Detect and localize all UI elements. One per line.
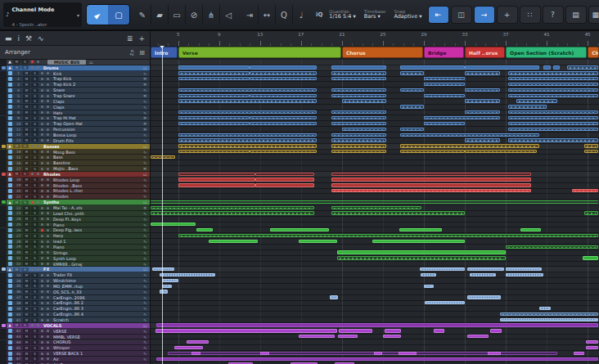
audio-clip[interactable] [178, 138, 317, 142]
metronome-icon[interactable]: ♩ [293, 5, 309, 25]
solo-button[interactable]: S [31, 128, 38, 132]
folder-expand-icon[interactable]: ▲ [7, 267, 13, 272]
solo-button[interactable]: S [31, 217, 38, 221]
mute-button[interactable]: M [23, 329, 30, 333]
monitor-button[interactable] [45, 357, 51, 361]
iq-toggle[interactable]: iQ [314, 11, 324, 18]
solo-button[interactable]: S [31, 206, 38, 210]
solo-button[interactable]: S [21, 323, 29, 327]
monitor-button[interactable] [45, 206, 51, 210]
solo-button[interactable]: S [31, 290, 38, 294]
audio-clip[interactable] [516, 99, 557, 102]
monitor-button[interactable] [35, 60, 41, 64]
solo-button[interactable]: S [31, 262, 38, 266]
mute-button[interactable]: M [23, 133, 30, 137]
audio-clip[interactable] [151, 200, 598, 204]
audio-clip[interactable] [196, 228, 213, 231]
track-enable-checkbox[interactable] [8, 335, 12, 339]
audio-clip[interactable] [250, 77, 316, 80]
monitor-button[interactable] [45, 262, 51, 266]
arrow-tool[interactable]: ► [87, 5, 108, 25]
paint-tool[interactable]: ✎ [134, 5, 151, 25]
audio-clip[interactable] [178, 150, 250, 153]
mute-button[interactable]: M [23, 161, 30, 165]
mute-button[interactable]: M [23, 155, 30, 160]
audio-clip[interactable] [508, 83, 598, 86]
audio-clip[interactable] [331, 94, 385, 97]
solo-button[interactable]: S [21, 172, 29, 176]
record-arm-button[interactable] [39, 284, 45, 288]
audio-clip[interactable] [520, 228, 541, 231]
audio-clip[interactable] [250, 65, 316, 69]
record-arm-button[interactable] [29, 65, 35, 70]
record-arm-button[interactable] [39, 273, 45, 277]
audio-clip[interactable] [506, 273, 543, 276]
solo-button[interactable]: S [31, 183, 38, 187]
solo-button[interactable]: S [31, 110, 38, 115]
audio-clip[interactable] [331, 189, 531, 192]
audio-clip[interactable] [331, 183, 531, 186]
duplicate-button[interactable]: ◫ [452, 7, 471, 23]
record-arm-button[interactable] [39, 340, 45, 344]
audio-clip[interactable] [465, 99, 500, 102]
track-enable-checkbox[interactable] [8, 318, 12, 322]
mute-button[interactable]: M [23, 116, 30, 120]
record-arm-button[interactable] [29, 323, 35, 327]
audio-clip[interactable] [156, 357, 597, 361]
audio-clip[interactable] [151, 211, 314, 214]
audio-clip[interactable] [508, 105, 547, 108]
audio-clip[interactable] [191, 352, 200, 355]
record-arm-button[interactable] [39, 262, 45, 266]
mute-button[interactable]: M [23, 273, 30, 277]
solo-button[interactable]: S [31, 150, 38, 154]
record-arm-button[interactable] [39, 240, 45, 244]
audio-clip[interactable] [178, 133, 317, 137]
solo-button[interactable]: S [21, 144, 29, 148]
mute-button[interactable]: M [23, 245, 30, 249]
monitor-button[interactable] [45, 312, 51, 317]
audio-clip[interactable] [508, 94, 598, 97]
audio-clip[interactable] [400, 88, 424, 92]
record-arm-button[interactable] [39, 329, 45, 333]
audio-clip[interactable] [465, 71, 500, 74]
mute-button[interactable]: M [23, 110, 30, 115]
audio-clip[interactable] [178, 183, 255, 186]
monitor-button[interactable] [45, 133, 51, 137]
record-arm-button[interactable] [39, 307, 45, 311]
listen-tool[interactable]: ◁ [220, 5, 236, 25]
audio-clip[interactable] [488, 352, 501, 355]
record-arm-button[interactable] [39, 279, 45, 283]
folder-expand-icon[interactable]: ▲ [7, 60, 13, 64]
record-arm-button[interactable] [39, 138, 45, 142]
audio-clip[interactable] [385, 329, 401, 332]
mute-button[interactable]: M [23, 88, 30, 92]
audio-clip[interactable] [178, 94, 250, 97]
monitor-button[interactable] [45, 290, 51, 294]
track-enable-checkbox[interactable] [8, 217, 12, 221]
audio-clip[interactable] [178, 99, 317, 102]
audio-clip[interactable] [162, 285, 173, 288]
record-arm-button[interactable] [39, 357, 45, 361]
audio-clip[interactable] [250, 94, 316, 97]
solo-button[interactable]: S [31, 99, 38, 103]
audio-clip[interactable] [465, 138, 500, 142]
mute-button[interactable]: M [13, 172, 20, 176]
monitor-button[interactable] [45, 217, 51, 221]
audio-clip[interactable] [424, 83, 465, 86]
monitor-button[interactable] [45, 138, 51, 142]
solo-button[interactable]: S [31, 211, 38, 215]
record-arm-button[interactable] [39, 83, 45, 87]
audio-clip[interactable] [584, 211, 597, 214]
audio-clip[interactable] [508, 71, 598, 74]
monitor-button[interactable] [35, 144, 41, 148]
audio-clip[interactable] [299, 335, 335, 338]
audio-clip[interactable] [187, 340, 209, 344]
mute-button[interactable]: M [23, 217, 30, 221]
monitor-button[interactable] [45, 99, 51, 103]
audio-clip[interactable] [331, 138, 385, 142]
mute-button[interactable]: M [23, 312, 30, 317]
arranger-section[interactable]: Open Section (Scratch) [506, 47, 587, 58]
solo-button[interactable]: S [31, 83, 38, 87]
track-enable-checkbox[interactable] [8, 211, 12, 215]
mute-button[interactable]: M [23, 256, 30, 260]
